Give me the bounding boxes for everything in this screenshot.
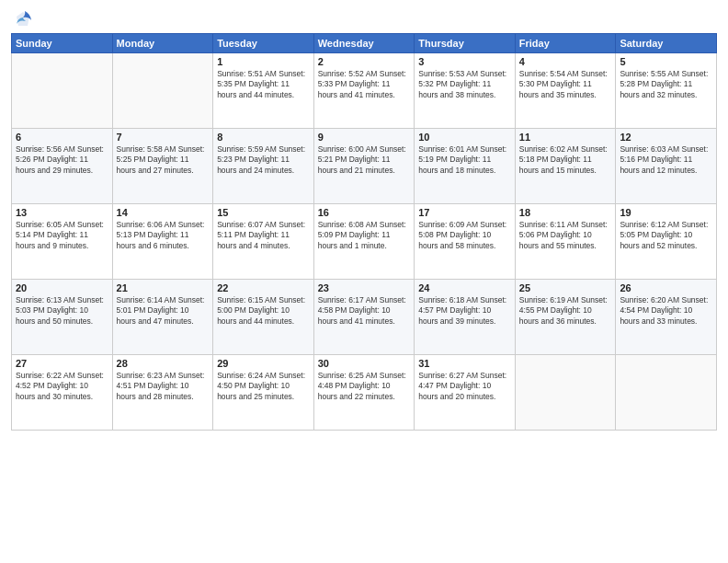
day-info: Sunrise: 5:59 AM Sunset: 5:23 PM Dayligh… bbox=[217, 144, 310, 176]
day-number: 2 bbox=[318, 56, 411, 67]
calendar-cell: 22Sunrise: 6:15 AM Sunset: 5:00 PM Dayli… bbox=[213, 280, 314, 355]
calendar-cell: 10Sunrise: 6:01 AM Sunset: 5:19 PM Dayli… bbox=[415, 129, 516, 204]
day-info: Sunrise: 6:20 AM Sunset: 4:54 PM Dayligh… bbox=[620, 295, 712, 327]
day-info: Sunrise: 5:53 AM Sunset: 5:32 PM Dayligh… bbox=[418, 69, 511, 100]
day-info: Sunrise: 6:22 AM Sunset: 4:52 PM Dayligh… bbox=[16, 371, 108, 402]
day-info: Sunrise: 6:08 AM Sunset: 5:09 PM Dayligh… bbox=[318, 220, 411, 251]
day-number: 29 bbox=[217, 358, 310, 369]
calendar-cell: 21Sunrise: 6:14 AM Sunset: 5:01 PM Dayli… bbox=[112, 280, 213, 355]
day-info: Sunrise: 5:56 AM Sunset: 5:26 PM Dayligh… bbox=[16, 144, 108, 176]
calendar-cell: 3Sunrise: 5:53 AM Sunset: 5:32 PM Daylig… bbox=[415, 53, 516, 129]
logo bbox=[11, 9, 33, 29]
weekday-header-friday: Friday bbox=[515, 34, 616, 53]
day-info: Sunrise: 6:19 AM Sunset: 4:55 PM Dayligh… bbox=[519, 295, 612, 327]
calendar-cell: 16Sunrise: 6:08 AM Sunset: 5:09 PM Dayli… bbox=[313, 204, 415, 280]
calendar-table: SundayMondayTuesdayWednesdayThursdayFrid… bbox=[11, 33, 717, 431]
calendar-cell: 28Sunrise: 6:23 AM Sunset: 4:51 PM Dayli… bbox=[112, 355, 213, 431]
calendar-cell: 23Sunrise: 6:17 AM Sunset: 4:58 PM Dayli… bbox=[313, 280, 415, 355]
calendar-cell bbox=[112, 53, 213, 129]
day-number: 14 bbox=[117, 207, 210, 218]
weekday-header-sunday: Sunday bbox=[12, 34, 113, 53]
day-info: Sunrise: 6:05 AM Sunset: 5:14 PM Dayligh… bbox=[16, 220, 108, 251]
day-info: Sunrise: 6:18 AM Sunset: 4:57 PM Dayligh… bbox=[418, 295, 511, 327]
day-info: Sunrise: 6:12 AM Sunset: 5:05 PM Dayligh… bbox=[620, 220, 712, 251]
logo-icon bbox=[13, 9, 33, 29]
day-number: 13 bbox=[16, 207, 108, 218]
calendar-cell bbox=[12, 53, 113, 129]
day-info: Sunrise: 6:14 AM Sunset: 5:01 PM Dayligh… bbox=[117, 295, 210, 327]
day-info: Sunrise: 5:58 AM Sunset: 5:25 PM Dayligh… bbox=[117, 144, 210, 176]
calendar-cell: 27Sunrise: 6:22 AM Sunset: 4:52 PM Dayli… bbox=[12, 355, 113, 431]
day-number: 4 bbox=[519, 56, 612, 67]
day-number: 18 bbox=[519, 207, 612, 218]
day-info: Sunrise: 6:23 AM Sunset: 4:51 PM Dayligh… bbox=[117, 371, 210, 402]
day-number: 7 bbox=[117, 132, 210, 143]
calendar-cell bbox=[616, 355, 717, 431]
weekday-header-saturday: Saturday bbox=[616, 34, 717, 53]
day-number: 30 bbox=[318, 358, 411, 369]
day-info: Sunrise: 6:00 AM Sunset: 5:21 PM Dayligh… bbox=[318, 144, 411, 176]
calendar-cell: 14Sunrise: 6:06 AM Sunset: 5:13 PM Dayli… bbox=[112, 204, 213, 280]
calendar-cell: 29Sunrise: 6:24 AM Sunset: 4:50 PM Dayli… bbox=[213, 355, 314, 431]
calendar-cell: 2Sunrise: 5:52 AM Sunset: 5:33 PM Daylig… bbox=[313, 53, 415, 129]
calendar-cell: 11Sunrise: 6:02 AM Sunset: 5:18 PM Dayli… bbox=[515, 129, 616, 204]
day-number: 25 bbox=[519, 282, 612, 293]
day-number: 3 bbox=[418, 56, 511, 67]
day-number: 8 bbox=[217, 132, 310, 143]
day-number: 5 bbox=[620, 56, 712, 67]
day-info: Sunrise: 6:24 AM Sunset: 4:50 PM Dayligh… bbox=[217, 371, 310, 402]
day-number: 11 bbox=[519, 132, 612, 143]
calendar-cell: 26Sunrise: 6:20 AM Sunset: 4:54 PM Dayli… bbox=[616, 280, 717, 355]
day-info: Sunrise: 6:13 AM Sunset: 5:03 PM Dayligh… bbox=[16, 295, 108, 327]
day-number: 28 bbox=[117, 358, 210, 369]
day-info: Sunrise: 6:17 AM Sunset: 4:58 PM Dayligh… bbox=[318, 295, 411, 327]
calendar-cell: 20Sunrise: 6:13 AM Sunset: 5:03 PM Dayli… bbox=[12, 280, 113, 355]
day-number: 23 bbox=[318, 282, 411, 293]
calendar-cell: 17Sunrise: 6:09 AM Sunset: 5:08 PM Dayli… bbox=[415, 204, 516, 280]
calendar-cell: 12Sunrise: 6:03 AM Sunset: 5:16 PM Dayli… bbox=[616, 129, 717, 204]
day-number: 10 bbox=[418, 132, 511, 143]
day-info: Sunrise: 6:11 AM Sunset: 5:06 PM Dayligh… bbox=[519, 220, 612, 251]
day-number: 20 bbox=[16, 282, 108, 293]
weekday-header-monday: Monday bbox=[112, 34, 213, 53]
calendar-cell: 15Sunrise: 6:07 AM Sunset: 5:11 PM Dayli… bbox=[213, 204, 314, 280]
day-info: Sunrise: 6:27 AM Sunset: 4:47 PM Dayligh… bbox=[418, 371, 511, 402]
day-info: Sunrise: 6:06 AM Sunset: 5:13 PM Dayligh… bbox=[117, 220, 210, 251]
day-number: 24 bbox=[418, 282, 511, 293]
day-info: Sunrise: 6:15 AM Sunset: 5:00 PM Dayligh… bbox=[217, 295, 310, 327]
calendar-cell: 7Sunrise: 5:58 AM Sunset: 5:25 PM Daylig… bbox=[112, 129, 213, 204]
calendar-cell: 1Sunrise: 5:51 AM Sunset: 5:35 PM Daylig… bbox=[213, 53, 314, 129]
calendar-cell: 6Sunrise: 5:56 AM Sunset: 5:26 PM Daylig… bbox=[12, 129, 113, 204]
weekday-header-wednesday: Wednesday bbox=[313, 34, 415, 53]
calendar-cell: 30Sunrise: 6:25 AM Sunset: 4:48 PM Dayli… bbox=[313, 355, 415, 431]
day-number: 12 bbox=[620, 132, 712, 143]
weekday-header-thursday: Thursday bbox=[415, 34, 516, 53]
calendar-cell bbox=[515, 355, 616, 431]
day-number: 15 bbox=[217, 207, 310, 218]
calendar-cell: 25Sunrise: 6:19 AM Sunset: 4:55 PM Dayli… bbox=[515, 280, 616, 355]
day-info: Sunrise: 6:03 AM Sunset: 5:16 PM Dayligh… bbox=[620, 144, 712, 176]
day-info: Sunrise: 6:02 AM Sunset: 5:18 PM Dayligh… bbox=[519, 144, 612, 176]
day-number: 19 bbox=[620, 207, 712, 218]
calendar-cell: 9Sunrise: 6:00 AM Sunset: 5:21 PM Daylig… bbox=[313, 129, 415, 204]
day-number: 16 bbox=[318, 207, 411, 218]
day-number: 21 bbox=[117, 282, 210, 293]
day-info: Sunrise: 5:55 AM Sunset: 5:28 PM Dayligh… bbox=[620, 69, 712, 100]
calendar-cell: 19Sunrise: 6:12 AM Sunset: 5:05 PM Dayli… bbox=[616, 204, 717, 280]
calendar-cell: 13Sunrise: 6:05 AM Sunset: 5:14 PM Dayli… bbox=[12, 204, 113, 280]
calendar-cell: 5Sunrise: 5:55 AM Sunset: 5:28 PM Daylig… bbox=[616, 53, 717, 129]
day-number: 26 bbox=[620, 282, 712, 293]
day-number: 1 bbox=[217, 56, 310, 67]
day-number: 22 bbox=[217, 282, 310, 293]
day-number: 6 bbox=[16, 132, 108, 143]
day-info: Sunrise: 6:25 AM Sunset: 4:48 PM Dayligh… bbox=[318, 371, 411, 402]
day-info: Sunrise: 5:51 AM Sunset: 5:35 PM Dayligh… bbox=[217, 69, 310, 100]
day-number: 27 bbox=[16, 358, 108, 369]
day-info: Sunrise: 6:01 AM Sunset: 5:19 PM Dayligh… bbox=[418, 144, 511, 176]
day-info: Sunrise: 5:52 AM Sunset: 5:33 PM Dayligh… bbox=[318, 69, 411, 100]
day-number: 17 bbox=[418, 207, 511, 218]
day-number: 9 bbox=[318, 132, 411, 143]
calendar-cell: 24Sunrise: 6:18 AM Sunset: 4:57 PM Dayli… bbox=[415, 280, 516, 355]
calendar-cell: 18Sunrise: 6:11 AM Sunset: 5:06 PM Dayli… bbox=[515, 204, 616, 280]
calendar-cell: 4Sunrise: 5:54 AM Sunset: 5:30 PM Daylig… bbox=[515, 53, 616, 129]
